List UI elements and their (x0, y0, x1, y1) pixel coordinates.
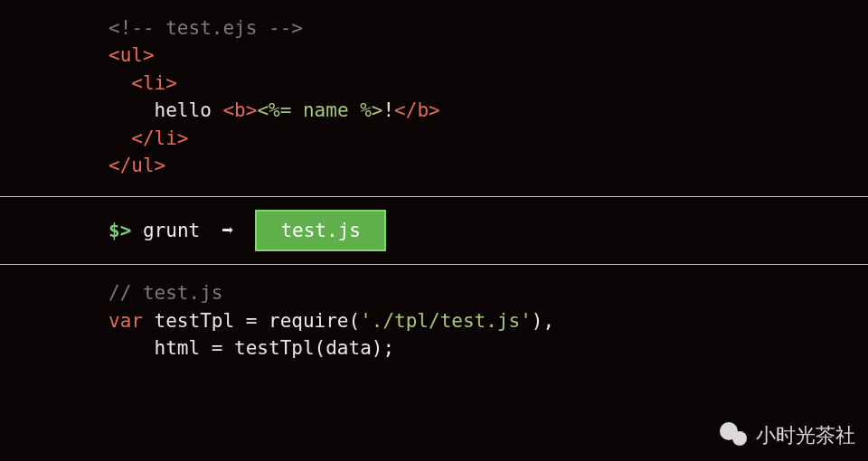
js-source-block: // test.js var testTpl = require('./tpl/… (0, 265, 868, 378)
var-keyword: var (108, 310, 143, 332)
b-close: </b> (394, 99, 440, 121)
wechat-watermark: 小时光茶社 (720, 421, 855, 450)
output-badge: test.js (255, 210, 386, 251)
arrow-icon: ➡ (218, 216, 237, 245)
bang: ! (382, 99, 394, 121)
ejs-source-block: <!-- test.ejs --> <ul> <li> hello <b><%=… (0, 0, 868, 196)
text-hello: hello (155, 99, 223, 121)
shell-prompt: $> grunt (108, 217, 200, 244)
comment-line: <!-- test.ejs --> (108, 17, 303, 39)
command-row: $> grunt ➡ test.js (0, 197, 868, 264)
li-close: </li> (131, 127, 188, 149)
li-open: <li> (131, 72, 177, 94)
grunt-command: grunt (143, 220, 200, 241)
watermark-text: 小时光茶社 (756, 421, 855, 450)
assign-part: testTpl = require( (143, 310, 360, 332)
wechat-icon (720, 422, 750, 449)
require-path: './tpl/test.js' (360, 310, 532, 332)
line3: html = testTpl(data); (108, 337, 394, 359)
ul-close: </ul> (108, 155, 165, 176)
ejs-expr: <%= name %> (257, 99, 382, 121)
ul-open: <ul> (108, 44, 155, 66)
line2-end: ), (532, 310, 554, 332)
prompt-symbol: $> (108, 220, 131, 241)
js-comment: // test.js (108, 282, 222, 304)
b-open: <b> (222, 99, 257, 121)
